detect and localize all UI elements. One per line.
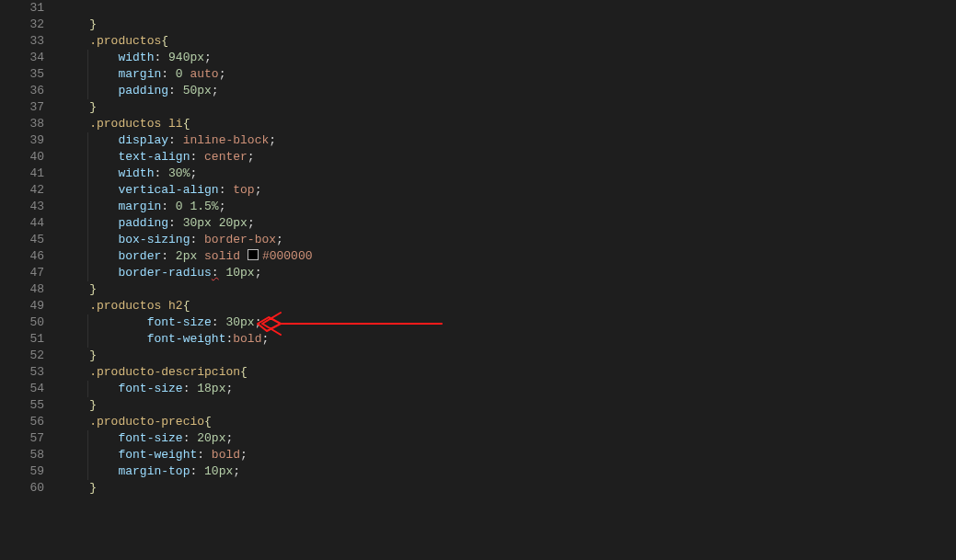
- code-content[interactable]: margin: 0 1.5%;: [61, 199, 956, 215]
- token: padding: [118, 84, 168, 97]
- code-line[interactable]: 41 width: 30%;: [0, 166, 956, 182]
- code-line[interactable]: 35 margin: 0 auto;: [0, 66, 956, 83]
- line-number: 58: [0, 447, 61, 463]
- code-line[interactable]: 51 font-weight:bold;: [0, 331, 956, 348]
- code-line[interactable]: 40 text-align: center;: [0, 149, 956, 166]
- code-line[interactable]: 53 .producto-descripcion{: [0, 364, 956, 381]
- code-line[interactable]: 59 margin-top: 10px;: [0, 463, 956, 480]
- line-number: 51: [0, 331, 61, 348]
- line-number: 48: [0, 281, 61, 298]
- token: [161, 299, 168, 313]
- token: ;: [276, 233, 283, 246]
- code-content[interactable]: margin-top: 10px;: [61, 463, 956, 480]
- code-line[interactable]: 58 font-weight: bold;: [0, 447, 956, 463]
- code-content[interactable]: .productos h2{: [61, 298, 956, 314]
- line-number: 34: [0, 50, 61, 66]
- token: {: [183, 299, 190, 313]
- code-line[interactable]: 36 padding: 50px;: [0, 83, 956, 99]
- code-content[interactable]: vertical-align: top;: [61, 182, 956, 199]
- token: 940px: [168, 51, 204, 64]
- line-number: 35: [0, 66, 61, 83]
- code-line[interactable]: 31: [0, 0, 956, 17]
- code-line[interactable]: 33 .productos{: [0, 33, 956, 50]
- token: :: [161, 67, 176, 81]
- code-content[interactable]: }: [61, 397, 956, 414]
- token: }: [89, 398, 97, 412]
- code-line[interactable]: 55 }: [0, 397, 956, 414]
- token: h2: [168, 299, 183, 313]
- token: 0: [176, 67, 183, 81]
- code-content[interactable]: font-size: 30px;: [61, 314, 956, 331]
- code-content[interactable]: .productos{: [61, 33, 956, 50]
- code-content[interactable]: font-size: 18px;: [61, 381, 956, 397]
- token: :: [161, 249, 176, 263]
- code-content[interactable]: .producto-descripcion{: [61, 364, 956, 381]
- token: :: [190, 150, 204, 164]
- code-content[interactable]: border: 2px solid #000000: [61, 248, 956, 265]
- token: 18px: [197, 382, 225, 395]
- token: ;: [240, 448, 248, 462]
- color-swatch[interactable]: [248, 249, 259, 260]
- code-content[interactable]: padding: 50px;: [61, 83, 956, 99]
- code-line[interactable]: 37 }: [0, 99, 956, 116]
- code-line[interactable]: 60 }: [0, 480, 956, 497]
- line-number: 55: [0, 397, 61, 414]
- code-line[interactable]: 48 }: [0, 281, 956, 298]
- code-line[interactable]: 49 .productos h2{: [0, 298, 956, 314]
- token: 30px: [183, 216, 212, 230]
- code-content[interactable]: }: [61, 99, 956, 116]
- code-line[interactable]: 47 border-radius: 10px;: [0, 265, 956, 281]
- token: .productos: [89, 117, 161, 131]
- code-content[interactable]: width: 30%;: [61, 166, 956, 182]
- token: vertical-align: [118, 183, 218, 197]
- code-line[interactable]: 38 .productos li{: [0, 116, 956, 132]
- code-line[interactable]: 42 vertical-align: top;: [0, 182, 956, 199]
- token: :: [190, 233, 204, 246]
- code-content[interactable]: text-align: center;: [61, 149, 956, 166]
- token: 50px: [183, 84, 212, 97]
- token: 10px: [204, 464, 233, 478]
- token: ;: [190, 166, 197, 180]
- code-line[interactable]: 54 font-size: 18px;: [0, 381, 956, 397]
- token: .producto-descripcion: [89, 365, 240, 379]
- code-content[interactable]: font-weight: bold;: [61, 447, 956, 463]
- code-content[interactable]: margin: 0 auto;: [61, 66, 956, 83]
- code-content[interactable]: }: [61, 17, 956, 33]
- token: {: [161, 34, 168, 48]
- code-line[interactable]: 34 width: 940px;: [0, 50, 956, 66]
- code-line[interactable]: 45 box-sizing: border-box;: [0, 232, 956, 248]
- code-line[interactable]: 44 padding: 30px 20px;: [0, 215, 956, 232]
- code-line[interactable]: 57 font-size: 20px;: [0, 430, 956, 447]
- token: :: [154, 51, 168, 64]
- token: :: [168, 84, 183, 97]
- code-content[interactable]: width: 940px;: [61, 50, 956, 66]
- token: display: [118, 133, 168, 147]
- line-number: 57: [0, 430, 61, 447]
- code-content[interactable]: [61, 0, 956, 17]
- code-content[interactable]: padding: 30px 20px;: [61, 215, 956, 232]
- code-line[interactable]: 43 margin: 0 1.5%;: [0, 199, 956, 215]
- code-content[interactable]: box-sizing: border-box;: [61, 232, 956, 248]
- code-content[interactable]: font-weight:bold;: [61, 331, 956, 348]
- token: padding: [118, 216, 168, 230]
- code-line[interactable]: 32 }: [0, 17, 956, 33]
- code-content[interactable]: .productos li{: [61, 116, 956, 132]
- code-content[interactable]: }: [61, 480, 956, 497]
- token: ;: [255, 183, 262, 197]
- code-content[interactable]: }: [61, 281, 956, 298]
- code-content[interactable]: .producto-precio{: [61, 414, 956, 430]
- code-line[interactable]: 50 font-size: 30px;: [0, 314, 956, 331]
- code-content[interactable]: }: [61, 348, 956, 364]
- code-editor[interactable]: 3132 }33 .productos{34 width: 940px;35 m…: [0, 0, 956, 560]
- code-line[interactable]: 56 .producto-precio{: [0, 414, 956, 430]
- token: ;: [204, 51, 212, 64]
- token: 30px: [225, 315, 254, 329]
- code-line[interactable]: 52 }: [0, 348, 956, 364]
- code-line[interactable]: 39 display: inline-block;: [0, 132, 956, 149]
- token: .producto-precio: [89, 415, 204, 429]
- token: :: [183, 382, 198, 395]
- code-content[interactable]: border-radius: 10px;: [61, 265, 956, 281]
- code-line[interactable]: 46 border: 2px solid #000000: [0, 248, 956, 265]
- code-content[interactable]: font-size: 20px;: [61, 430, 956, 447]
- code-content[interactable]: display: inline-block;: [61, 132, 956, 149]
